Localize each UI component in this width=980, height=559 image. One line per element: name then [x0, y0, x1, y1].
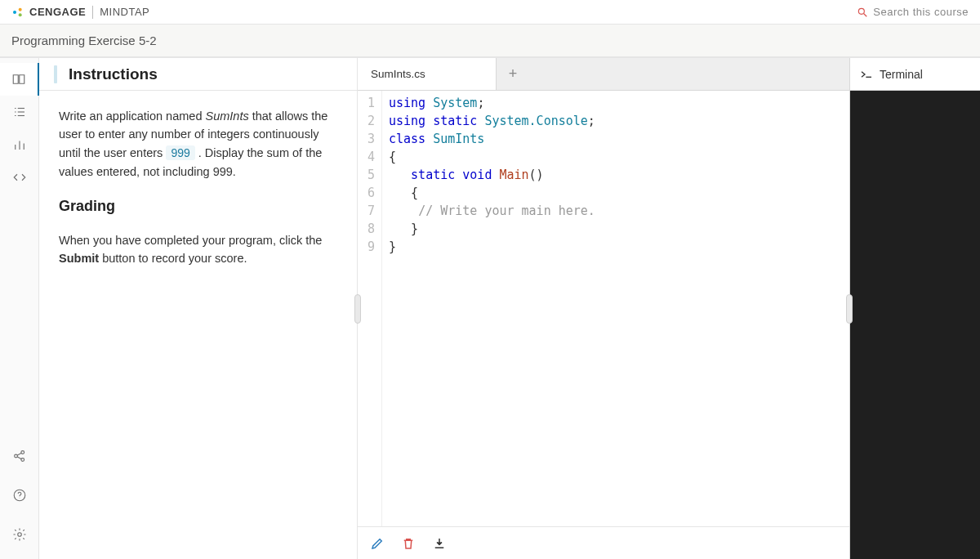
exercise-title: Programming Exercise 5-2	[11, 34, 157, 47]
search-icon	[857, 7, 868, 18]
line-number: 2	[358, 112, 375, 130]
svg-point-16	[20, 458, 24, 462]
rail-share[interactable]	[0, 440, 39, 472]
rail-code[interactable]	[0, 161, 39, 194]
editor-toolbar	[358, 526, 849, 559]
svg-point-15	[20, 451, 24, 454]
code-line[interactable]: {	[389, 148, 595, 166]
terminal-resize-handle[interactable]	[846, 294, 853, 324]
instructions-header: Instructions	[39, 58, 357, 91]
grading-heading: Grading	[59, 195, 337, 218]
code-line[interactable]: }	[389, 220, 595, 238]
instructions-title: Instructions	[69, 65, 158, 83]
code-line[interactable]: {	[389, 184, 595, 202]
rail-help[interactable]	[0, 479, 39, 512]
line-number: 7	[358, 202, 375, 220]
book-icon	[11, 72, 26, 87]
instructions-paragraph-2: When you have completed your program, cl…	[59, 231, 337, 268]
instructions-body: Write an application named SumInts that …	[39, 91, 357, 299]
editor-tab-add[interactable]: +	[497, 58, 529, 90]
edit-button[interactable]	[369, 535, 385, 552]
main-area: Instructions Write an application named …	[0, 57, 980, 559]
line-number: 1	[358, 94, 375, 112]
code-line[interactable]: using System;	[389, 94, 595, 112]
editor-tab-bar: SumInts.cs +	[358, 58, 849, 91]
code-content[interactable]: using System;using static System.Console…	[382, 91, 595, 526]
rail-instructions[interactable]	[0, 63, 39, 96]
terminal-icon	[860, 69, 873, 79]
svg-line-18	[17, 457, 21, 459]
course-search-placeholder: Search this course	[873, 6, 969, 18]
download-icon	[432, 536, 447, 551]
svg-point-2	[19, 13, 22, 16]
svg-line-17	[17, 453, 21, 455]
header-accent	[54, 65, 57, 83]
plus-icon: +	[509, 65, 518, 83]
line-number-gutter: 123456789	[358, 91, 382, 526]
rail-analytics[interactable]	[0, 128, 39, 161]
instructions-paragraph-1: Write an application named SumInts that …	[59, 107, 337, 181]
code-editor[interactable]: 123456789 using System;using static Syst…	[358, 91, 849, 526]
instructions-panel: Instructions Write an application named …	[39, 58, 358, 559]
line-number: 4	[358, 148, 375, 166]
help-icon	[12, 488, 27, 503]
download-button[interactable]	[431, 535, 448, 552]
gear-icon	[12, 527, 27, 542]
rail-checklist[interactable]	[0, 96, 39, 128]
line-number: 5	[358, 166, 375, 184]
cengage-logo-icon	[11, 6, 24, 19]
editor-tab-label: SumInts.cs	[371, 68, 425, 80]
app-name: SumInts	[205, 110, 248, 123]
terminal-header[interactable]: Terminal	[850, 58, 980, 91]
svg-point-3	[859, 8, 865, 14]
svg-point-0	[13, 11, 16, 14]
svg-point-21	[17, 533, 21, 537]
trash-icon	[401, 536, 416, 551]
code-line[interactable]: class SumInts	[389, 130, 595, 148]
svg-point-1	[19, 7, 22, 11]
bar-chart-icon	[12, 137, 27, 152]
svg-point-14	[14, 454, 17, 458]
brand-logo: CENGAGE	[11, 6, 86, 19]
editor-tab-sumints[interactable]: SumInts.cs	[358, 58, 497, 90]
rail-settings[interactable]	[0, 518, 39, 551]
editor-column: SumInts.cs + 123456789 using System;usin…	[358, 58, 849, 559]
brand-cengage: CENGAGE	[29, 6, 86, 18]
share-icon	[12, 449, 27, 463]
pencil-icon	[370, 536, 385, 551]
code-line[interactable]: using static System.Console;	[389, 112, 595, 130]
line-number: 6	[358, 184, 375, 202]
brand-mindtap: MINDTAP	[100, 6, 149, 18]
terminal-label: Terminal	[880, 68, 923, 81]
left-icon-rail	[0, 58, 39, 559]
code-icon	[12, 170, 27, 185]
brand-bar: CENGAGE MINDTAP Search this course	[0, 0, 980, 25]
code-line[interactable]: // Write your main here.	[389, 202, 595, 220]
instructions-resize-handle[interactable]	[354, 294, 361, 324]
line-number: 8	[358, 220, 375, 238]
sentinel-value: 999	[166, 145, 194, 160]
delete-button[interactable]	[400, 535, 416, 552]
checklist-icon	[12, 105, 27, 119]
line-number: 3	[358, 130, 375, 148]
code-line[interactable]: }	[389, 238, 595, 256]
exercise-title-bar: Programming Exercise 5-2	[0, 25, 980, 57]
terminal-panel: Terminal	[849, 58, 980, 559]
code-line[interactable]: static void Main()	[389, 166, 595, 184]
submit-word: Submit	[59, 252, 99, 265]
terminal-body[interactable]	[850, 91, 980, 559]
brand-divider	[92, 6, 93, 19]
course-search[interactable]: Search this course	[857, 6, 969, 18]
svg-line-4	[864, 13, 867, 16]
line-number: 9	[358, 238, 375, 256]
